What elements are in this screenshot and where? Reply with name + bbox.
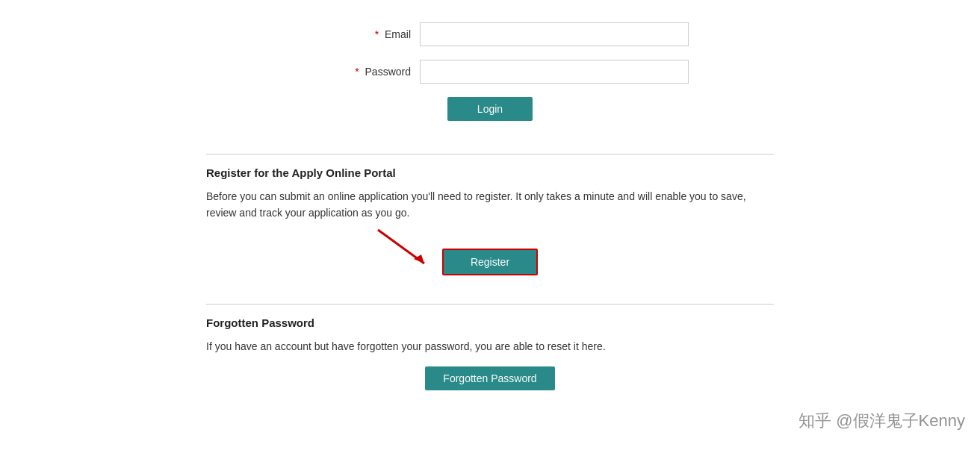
email-required-marker: * <box>375 28 379 40</box>
forgotten-title: Forgotten Password <box>206 316 774 329</box>
forgotten-description: If you have an account but have forgotte… <box>206 338 774 355</box>
login-section: * Email * Password Login <box>206 15 774 136</box>
forgotten-button-row: Forgotten Password <box>206 366 774 390</box>
login-button[interactable]: Login <box>447 97 533 121</box>
page-wrapper: * Email * Password Login Register for th… <box>0 0 980 413</box>
password-input[interactable] <box>420 60 689 84</box>
forgotten-divider <box>206 304 774 305</box>
register-description: Before you can submit an online applicat… <box>206 188 774 222</box>
register-button[interactable]: Register <box>442 249 538 275</box>
content-area: * Email * Password Login Register for th… <box>206 0 774 413</box>
register-title: Register for the Apply Online Portal <box>206 166 774 179</box>
email-input[interactable] <box>420 22 689 46</box>
password-row: * Password <box>206 60 774 84</box>
red-arrow-annotation <box>370 226 445 275</box>
register-section: Register for the Apply Online Portal Bef… <box>206 166 774 286</box>
password-required-marker: * <box>355 66 359 78</box>
register-divider <box>206 154 774 154</box>
password-label: * Password <box>291 66 411 78</box>
login-button-row: Login <box>206 97 774 121</box>
forgotten-password-button[interactable]: Forgotten Password <box>425 366 554 390</box>
forgotten-section: Forgotten Password If you have an accoun… <box>206 316 774 390</box>
email-row: * Email <box>206 22 774 46</box>
email-label: * Email <box>291 28 411 40</box>
